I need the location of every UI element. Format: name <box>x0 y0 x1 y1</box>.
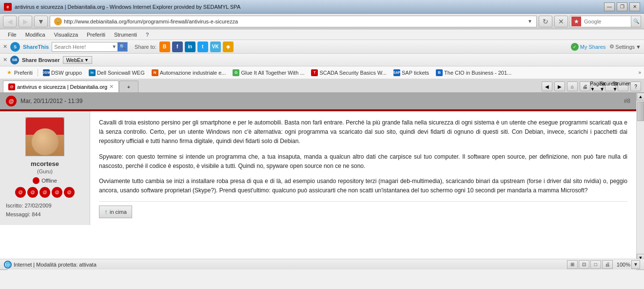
sharethis-search-input[interactable] <box>52 44 111 50</box>
fav-glue-label: Glue It All Together With ... <box>241 70 304 76</box>
title-bar-controls: — ❐ ✕ <box>604 2 640 11</box>
fav-scada[interactable]: T SCADA Security Basics W... <box>308 68 390 77</box>
url-text: http://www.debianitalia.org/forum/progra… <box>64 19 238 24</box>
post-text-area: Cavalli di troia esistono persino per gl… <box>90 111 636 225</box>
fav-glue-it[interactable]: G Glue It All Together With ... <box>230 68 307 77</box>
scroll-up-button[interactable]: ▲ <box>637 93 644 101</box>
favorites-bar: ★ Preferiti DSW DSW gruppo in Dell Sonic… <box>0 66 644 79</box>
tab-bar-forward-btn[interactable]: ▶ <box>554 82 565 91</box>
fav-cio[interactable]: B The CIO in Business - 201... <box>433 68 514 77</box>
favorites-label-item[interactable]: ★ Preferiti <box>3 68 36 77</box>
close-button[interactable]: ✕ <box>629 2 640 11</box>
menu-strumenti[interactable]: Strumenti <box>110 31 141 39</box>
forward-button[interactable]: ▶ <box>19 16 32 27</box>
sharebrowser-logo-text: SB <box>12 58 17 62</box>
browser-icon: e <box>4 3 12 11</box>
vertical-scrollbar[interactable]: ▲ ▼ <box>636 93 644 262</box>
menu-preferiti[interactable]: Preferiti <box>83 31 109 39</box>
badge-5: @ <box>64 187 75 198</box>
browser-viewport: @ Mar, 20/11/2012 - 11:39 #8 <box>0 93 644 262</box>
maximize-button[interactable]: ❐ <box>617 2 627 11</box>
status-icon-3[interactable]: □ <box>590 260 601 269</box>
sharethis-search-button[interactable]: 🔍 <box>117 42 127 51</box>
content-area: @ Mar, 20/11/2012 - 11:39 #8 <box>0 93 644 269</box>
fav-dsw-icon: DSW <box>43 69 50 76</box>
tab-label: antivirus e sicurezza | Debianitalia.org <box>17 84 107 90</box>
address-dropdown-arrow[interactable]: ▼ <box>527 19 532 24</box>
status-bar: 🌐 Internet | Modalità protetta: attivata… <box>0 259 644 269</box>
search-input[interactable] <box>582 19 631 24</box>
fav-automazione[interactable]: N Automazione industriale e... <box>149 68 229 77</box>
globe-icon: 🌐 <box>4 261 12 268</box>
share-facebook-button[interactable]: f <box>172 41 183 52</box>
user-joined: Iscritto: 27/02/2009 <box>6 202 84 210</box>
scroll-thumb[interactable] <box>637 102 644 121</box>
face-shape <box>32 128 59 155</box>
tab-bar-help-btn[interactable]: ? <box>630 82 641 91</box>
favorites-star-icon: ★ <box>6 69 13 76</box>
menu-visualizza[interactable]: Visualizza <box>50 31 82 39</box>
post-header: @ Mar, 20/11/2012 - 11:39 #8 <box>0 93 636 110</box>
stop-button[interactable]: ✕ <box>554 16 568 27</box>
scroll-track[interactable] <box>637 101 644 254</box>
fav-automazione-icon: N <box>152 69 158 76</box>
refresh-button[interactable]: ↻ <box>539 16 552 27</box>
share-linkedin-button[interactable]: in <box>185 41 195 52</box>
avatar-image <box>26 118 64 156</box>
search-button[interactable]: 🔍 <box>631 16 641 27</box>
my-shares-label: My Shares <box>580 44 606 50</box>
fav-sap-icon: SAP <box>393 69 400 76</box>
in-cima-area: ↑ in cima <box>99 201 627 218</box>
user-sidebar: mcortese (Guru) Offline @ @ @ @ @ Iscr <box>0 111 90 225</box>
share-blogger-button[interactable]: B <box>159 41 170 52</box>
title-bar-left: e antivirus e sicurezza | Debianitalia.o… <box>4 3 240 11</box>
tab-bar-back-btn[interactable]: ◀ <box>542 82 552 91</box>
menu-modifica[interactable]: Modifica <box>21 31 49 39</box>
share-more-button[interactable]: ◈ <box>223 41 234 52</box>
fav-dsw-label: DSW gruppo <box>51 70 82 76</box>
status-icon-4[interactable]: 🖨 <box>602 260 613 269</box>
back-button[interactable]: ◀ <box>3 16 17 27</box>
fav-dell-sonicwall[interactable]: in Dell Sonicwall WEG <box>86 68 148 77</box>
sharethis-close-button[interactable]: ✕ <box>3 43 7 50</box>
share-vk-button[interactable]: VK <box>210 41 221 52</box>
share-twitter-button[interactable]: t <box>197 41 208 52</box>
minimize-button[interactable]: — <box>604 2 615 11</box>
favorites-more-button[interactable]: » <box>638 70 641 75</box>
offline-status: Offline <box>6 177 84 184</box>
dropdown-button[interactable]: ▼ <box>34 16 48 27</box>
zoom-label: 100% <box>617 262 630 268</box>
sharebrowser-label: Share Browser <box>22 57 60 63</box>
sharebrowser-logo: SB <box>10 56 19 64</box>
tab-close-button[interactable]: ✕ <box>109 83 114 90</box>
sharethis-search: ▼ 🔍 <box>52 42 128 52</box>
sharebrowser-close-button[interactable]: ✕ <box>3 57 7 63</box>
my-shares-button[interactable]: ✓ My Shares <box>571 43 606 51</box>
menu-file[interactable]: File <box>4 31 20 39</box>
menu-help[interactable]: ? <box>142 31 153 39</box>
sharethis-label: ShareThis <box>23 44 49 50</box>
google-star-icon: ★ <box>574 18 579 25</box>
user-rank: (Guru) <box>6 168 84 174</box>
sharethis-logo-text: S <box>14 44 17 49</box>
user-avatar <box>25 117 64 156</box>
fav-automazione-label: Automazione industriale e... <box>160 70 226 76</box>
fav-dsw-gruppo[interactable]: DSW DSW gruppo <box>40 68 85 77</box>
tab-bar-tools-dropdown[interactable]: Strumenti ▼ <box>618 82 628 91</box>
status-icon-1[interactable]: ⊞ <box>567 260 578 269</box>
in-cima-button[interactable]: ↑ in cima <box>99 206 132 218</box>
zoom-dropdown-button[interactable]: ▼ <box>631 260 640 269</box>
webex-button[interactable]: WebEx ▼ <box>63 56 92 64</box>
tab-bar-home-btn[interactable]: ⌂ <box>567 82 578 91</box>
new-tab-button[interactable]: + <box>119 81 138 92</box>
tab-bar-print-btn[interactable]: 🖨 <box>580 82 590 91</box>
fav-sap[interactable]: SAP SAP tickets <box>390 68 432 77</box>
badge-2: @ <box>27 187 38 198</box>
status-icon-2[interactable]: ⊡ <box>579 260 589 269</box>
sharethis-search-dropdown[interactable]: ▼ <box>111 44 117 49</box>
address-field[interactable]: 🔒 http://www.debianitalia.org/forum/prog… <box>50 16 537 27</box>
settings-button[interactable]: ⚙ Settings ▼ <box>609 43 641 50</box>
fav-separator-1 <box>38 69 38 77</box>
active-tab[interactable]: @ antivirus e sicurezza | Debianitalia.o… <box>3 81 119 92</box>
post-number: #8 <box>624 98 630 104</box>
